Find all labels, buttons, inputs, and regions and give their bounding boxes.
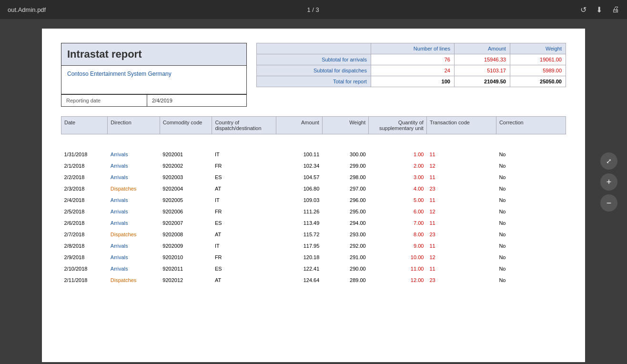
table-row: 2/9/2018 Arrivals 9202010 FR 120.18 291.… [61, 252, 566, 263]
cell-date: 2/1/2018 [61, 160, 108, 172]
summary-row: Subtotal for arrivals 76 15946.33 19061.… [257, 54, 566, 65]
cell-qty: 12.00 [369, 274, 427, 286]
table-row: 2/11/2018 Dispatches 9202012 AT 124.64 2… [61, 274, 566, 286]
cell-amount: 106.80 [276, 183, 322, 194]
cell-amount: 124.64 [276, 274, 322, 286]
cell-qty: 9.00 [369, 240, 427, 252]
cell-weight: 294.00 [322, 217, 368, 229]
toolbar: out.Admin.pdf 1 / 3 ↺ ⬇ 🖨 [0, 0, 627, 19]
zoom-controls: ⤢ + − [600, 152, 617, 212]
cell-direction: Arrivals [108, 206, 160, 217]
summary-header-amount: Amount [454, 43, 510, 54]
cell-weight: 300.00 [322, 149, 368, 160]
refresh-icon[interactable]: ↺ [580, 5, 587, 14]
cell-correction: No [496, 217, 566, 229]
cell-weight: 293.00 [322, 229, 368, 240]
summary-label: Subtotal for arrivals [257, 54, 371, 65]
cell-weight: 295.00 [322, 206, 368, 217]
cell-country: ES [212, 172, 276, 183]
cell-commodity: 9202004 [160, 183, 212, 194]
cell-correction: No [496, 160, 566, 172]
cell-country: AT [212, 274, 276, 286]
cell-weight: 291.00 [322, 252, 368, 263]
cell-commodity: 9202002 [160, 160, 212, 172]
download-icon[interactable]: ⬇ [596, 5, 602, 14]
cell-transaction: 12 [426, 252, 496, 263]
col-header-correction: Correction [496, 117, 566, 134]
table-row: 2/8/2018 Arrivals 9202009 IT 117.95 292.… [61, 240, 566, 252]
summary-lines: 100 [371, 76, 454, 87]
cell-qty: 6.00 [369, 206, 427, 217]
summary-row: Total for report 100 21049.50 25050.00 [257, 76, 566, 87]
cell-correction: No [496, 172, 566, 183]
cell-date: 2/11/2018 [61, 274, 108, 286]
cell-country: AT [212, 229, 276, 240]
cell-correction: No [496, 240, 566, 252]
cell-correction: No [496, 194, 566, 206]
toolbar-actions: ↺ ⬇ 🖨 [580, 5, 619, 14]
cell-qty: 1.00 [369, 149, 427, 160]
cell-qty: 11.00 [369, 263, 427, 274]
cell-correction: No [496, 229, 566, 240]
summary-label: Total for report [257, 76, 371, 87]
cell-country: ES [212, 217, 276, 229]
table-row: 2/6/2018 Arrivals 9202007 ES 113.49 294.… [61, 217, 566, 229]
col-header-amount: Amount [276, 117, 322, 134]
summary-amount: 15946.33 [454, 54, 510, 65]
table-row: 1/31/2018 Arrivals 9202001 IT 100.11 300… [61, 149, 566, 160]
cell-correction: No [496, 263, 566, 274]
cell-country: FR [212, 206, 276, 217]
cell-amount: 113.49 [276, 217, 322, 229]
summary-amount: 5103.17 [454, 65, 510, 76]
cell-date: 2/7/2018 [61, 229, 108, 240]
page-info: 1 / 3 [307, 6, 319, 13]
zoom-in-button[interactable]: + [600, 173, 617, 191]
cell-direction: Arrivals [108, 149, 160, 160]
cell-country: IT [212, 194, 276, 206]
cell-transaction: 23 [426, 274, 496, 286]
summary-label: Subtotal for dispatches [257, 65, 371, 76]
cell-amount: 111.26 [276, 206, 322, 217]
cell-transaction: 11 [426, 217, 496, 229]
date-row: Reporting date 2/4/2019 [61, 94, 246, 106]
cell-date: 2/10/2018 [61, 263, 108, 274]
cell-weight: 297.00 [322, 183, 368, 194]
col-header-direction: Direction [108, 117, 160, 134]
print-icon[interactable]: 🖨 [612, 5, 619, 14]
col-header-weight: Weight [322, 117, 368, 134]
cell-qty: 8.00 [369, 229, 427, 240]
cell-direction: Dispatches [108, 274, 160, 286]
cell-amount: 104.57 [276, 172, 322, 183]
cell-transaction: 11 [426, 194, 496, 206]
cell-date: 2/2/2018 [61, 172, 108, 183]
cell-weight: 290.00 [322, 263, 368, 274]
cell-commodity: 9202001 [160, 149, 212, 160]
cell-commodity: 9202011 [160, 263, 212, 274]
cell-date: 1/31/2018 [61, 149, 108, 160]
cell-direction: Dispatches [108, 229, 160, 240]
summary-table: Number of lines Amount Weight Subtotal f… [256, 43, 566, 87]
cell-date: 2/8/2018 [61, 240, 108, 252]
summary-weight: 5989.00 [510, 65, 566, 76]
cell-amount: 120.18 [276, 252, 322, 263]
pdf-page: Intrastat report Contoso Entertainment S… [42, 29, 585, 362]
cell-correction: No [496, 183, 566, 194]
company-name: Contoso Entertainment System Germany [61, 66, 246, 94]
zoom-out-button[interactable]: − [600, 194, 617, 212]
cell-direction: Arrivals [108, 217, 160, 229]
cell-date: 2/4/2018 [61, 194, 108, 206]
zoom-fit-button[interactable]: ⤢ [600, 152, 617, 170]
cell-direction: Arrivals [108, 160, 160, 172]
cell-commodity: 9202008 [160, 229, 212, 240]
col-header-country: Country of dispatch/destination [212, 117, 276, 134]
cell-country: IT [212, 240, 276, 252]
cell-amount: 115.72 [276, 229, 322, 240]
cell-date: 2/9/2018 [61, 252, 108, 263]
cell-transaction: 23 [426, 229, 496, 240]
cell-amount: 122.41 [276, 263, 322, 274]
cell-direction: Arrivals [108, 252, 160, 263]
cell-commodity: 9202010 [160, 252, 212, 263]
table-row: 2/4/2018 Arrivals 9202005 IT 109.03 296.… [61, 194, 566, 206]
table-row: 2/3/2018 Dispatches 9202004 AT 106.80 29… [61, 183, 566, 194]
report-title: Intrastat report [61, 43, 246, 66]
